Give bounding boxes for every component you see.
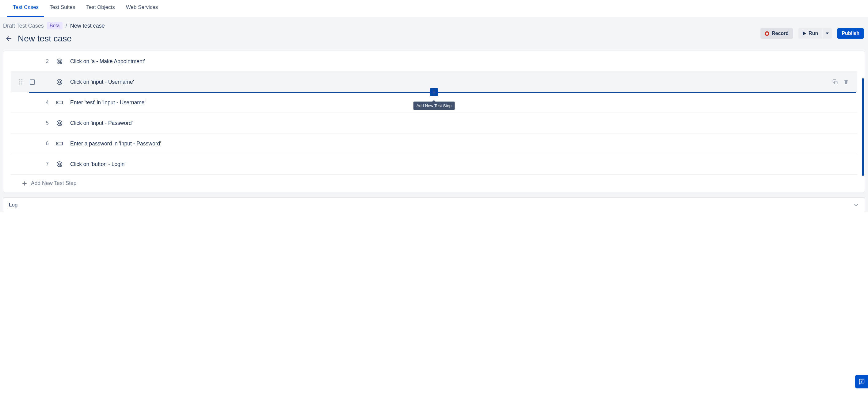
- pointer-icon: [49, 58, 70, 65]
- run-button[interactable]: Run: [799, 28, 822, 39]
- svg-point-14: [19, 83, 21, 85]
- log-title: Log: [9, 202, 18, 208]
- play-icon: [803, 31, 806, 36]
- step-number: 7: [38, 161, 49, 167]
- insert-tooltip: Add New Test Step: [413, 102, 455, 110]
- step-checkbox[interactable]: [26, 80, 38, 85]
- tab-test-suites[interactable]: Test Suites: [44, 0, 81, 17]
- drag-handle-icon[interactable]: [19, 79, 26, 85]
- record-button[interactable]: Record: [761, 28, 793, 39]
- chevron-down-icon: [853, 202, 859, 208]
- record-icon: [765, 31, 769, 36]
- publish-label: Publish: [842, 31, 860, 36]
- step-description: Enter a password in 'input - Password': [70, 141, 857, 147]
- input-icon: [49, 100, 70, 105]
- header-actions: Record Run Publish: [761, 28, 864, 39]
- delete-icon[interactable]: [843, 79, 849, 85]
- step-number: 2: [38, 58, 49, 64]
- record-label: Record: [772, 31, 788, 36]
- page-header: Draft Test Cases Beta / New test case Ne…: [0, 17, 868, 51]
- tab-web-services[interactable]: Web Services: [120, 0, 164, 17]
- run-dropdown-button[interactable]: [823, 28, 832, 39]
- step-description: Enter 'test' in 'input - Username': [70, 100, 857, 106]
- insert-step-button[interactable]: [430, 88, 438, 96]
- beta-badge: Beta: [47, 22, 63, 29]
- chevron-down-icon: [826, 32, 829, 34]
- step-row[interactable]: 6Enter a password in 'input - Password': [11, 134, 857, 154]
- step-row[interactable]: 7Click on 'button - Login': [11, 154, 857, 175]
- log-panel-header[interactable]: Log: [3, 197, 865, 212]
- add-step-label: Add New Test Step: [31, 180, 76, 187]
- step-description: Click on 'input - Username': [70, 79, 832, 85]
- step-description: Click on 'input - Password': [70, 120, 857, 126]
- duplicate-icon[interactable]: [832, 79, 838, 85]
- page-title: New test case: [18, 34, 72, 44]
- step-row[interactable]: 2Click on 'a - Make Appointment': [11, 51, 857, 72]
- step-number: 5: [38, 120, 49, 126]
- svg-rect-18: [835, 81, 837, 84]
- tab-test-cases[interactable]: Test Cases: [7, 0, 44, 17]
- step-description: Click on 'a - Make Appointment': [70, 58, 857, 65]
- svg-point-15: [22, 83, 23, 85]
- add-step-button[interactable]: Add New Test Step: [11, 175, 857, 192]
- content: 2Click on 'a - Make Appointment'Click on…: [0, 51, 868, 212]
- breadcrumb: Draft Test Cases Beta / New test case: [3, 22, 865, 29]
- svg-point-11: [22, 79, 23, 80]
- publish-button[interactable]: Publish: [837, 28, 864, 39]
- step-description: Click on 'button - Login': [70, 161, 857, 168]
- breadcrumb-root[interactable]: Draft Test Cases: [3, 23, 44, 29]
- step-row[interactable]: 5Click on 'input - Password': [11, 113, 857, 134]
- back-arrow-icon[interactable]: [5, 35, 12, 42]
- scrollbar[interactable]: [862, 78, 864, 176]
- svg-point-12: [19, 81, 21, 83]
- pointer-icon: [49, 161, 70, 168]
- top-tabs: Test Cases Test Suites Test Objects Web …: [0, 0, 868, 17]
- insert-line: [29, 92, 856, 93]
- pointer-icon: [49, 120, 70, 126]
- pointer-icon: [49, 79, 70, 85]
- svg-point-10: [19, 79, 21, 80]
- step-number: 4: [38, 100, 49, 106]
- run-label: Run: [809, 31, 818, 36]
- svg-point-13: [22, 81, 23, 83]
- breadcrumb-separator: /: [66, 23, 67, 29]
- tab-test-objects[interactable]: Test Objects: [81, 0, 120, 17]
- step-row[interactable]: Click on 'input - Username'Add New Test …: [11, 72, 857, 92]
- step-number: 6: [38, 141, 49, 147]
- breadcrumb-current: New test case: [70, 23, 105, 29]
- input-icon: [49, 141, 70, 146]
- steps-card: 2Click on 'a - Make Appointment'Click on…: [3, 51, 865, 192]
